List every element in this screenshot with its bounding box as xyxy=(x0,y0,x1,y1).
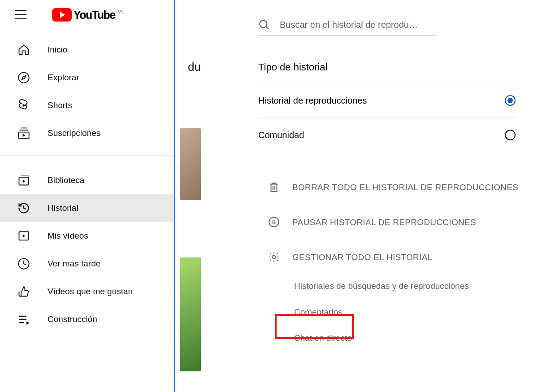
gear-icon xyxy=(268,251,281,264)
radio-label: Comunidad xyxy=(258,130,304,140)
history-icon xyxy=(17,201,30,215)
sidebar-item-home[interactable]: Inicio xyxy=(0,36,174,64)
nav-section-library: Biblioteca Historial Mis vídeos Ver más … xyxy=(0,155,174,333)
sidebar-item-playlist[interactable]: Construcción xyxy=(0,305,174,333)
sidebar-item-liked[interactable]: Vídeos que me gustan xyxy=(0,278,174,305)
sidebar-header: YouTube VE xyxy=(0,0,174,31)
manage-sublinks: Historiales de búsquedas y de reproducci… xyxy=(268,273,519,351)
trash-icon xyxy=(268,181,281,194)
action-label: Pausar historial de reproducciones xyxy=(292,218,476,227)
thumbs-up-icon xyxy=(17,285,30,298)
action-pause-history[interactable]: Pausar historial de reproducciones xyxy=(268,205,519,240)
partial-heading: du xyxy=(188,60,201,74)
history-settings-panel: Tipo de historial Historial de reproducc… xyxy=(201,0,538,392)
home-icon xyxy=(17,43,30,57)
radio-indicator xyxy=(505,95,516,106)
clock-icon xyxy=(17,257,30,270)
playlist-icon xyxy=(17,313,30,326)
sidebar-item-history[interactable]: Historial xyxy=(0,194,174,222)
action-label: Borrar todo el historial de reproduccion… xyxy=(292,183,518,192)
menu-button[interactable] xyxy=(14,9,27,21)
play-rect-icon xyxy=(17,229,30,243)
sidebar-item-library[interactable]: Biblioteca xyxy=(0,166,174,194)
sidebar-item-label: Suscripciones xyxy=(48,128,100,138)
svg-point-6 xyxy=(269,217,279,227)
radio-indicator xyxy=(505,130,516,140)
sidebar-item-label: Biblioteca xyxy=(48,175,84,185)
search-icon xyxy=(258,19,270,30)
subscriptions-icon xyxy=(17,126,30,140)
sublink-live-chat[interactable]: Chat en directo xyxy=(292,325,354,351)
sidebar: YouTube VE Inicio Explorar Shorts xyxy=(0,0,174,392)
country-code: VE xyxy=(118,9,125,14)
content-sliver: du xyxy=(174,0,201,392)
history-search[interactable] xyxy=(258,16,437,35)
svg-point-5 xyxy=(260,20,267,27)
svg-point-0 xyxy=(18,72,29,83)
youtube-play-icon xyxy=(52,8,72,22)
action-clear-history[interactable]: Borrar todo el historial de reproduccion… xyxy=(268,170,519,205)
sidebar-item-explore[interactable]: Explorar xyxy=(0,64,174,91)
sidebar-item-label: Construcción xyxy=(48,314,97,324)
history-actions: Borrar todo el historial de reproduccion… xyxy=(255,170,519,351)
library-icon xyxy=(17,174,30,187)
sidebar-item-watch-later[interactable]: Ver más tarde xyxy=(0,250,174,278)
sidebar-item-my-videos[interactable]: Mis vídeos xyxy=(0,222,174,250)
history-type-watch[interactable]: Historial de reproducciones xyxy=(258,83,516,118)
sidebar-item-label: Shorts xyxy=(48,100,72,110)
sidebar-item-label: Vídeos que me gustan xyxy=(48,287,133,296)
hamburger-icon xyxy=(15,10,26,19)
svg-point-7 xyxy=(272,255,276,259)
action-label: Gestionar todo el historial xyxy=(292,253,433,262)
nav-section-primary: Inicio Explorar Shorts Suscripciones xyxy=(0,31,174,147)
sublink-search-watch[interactable]: Historiales de búsquedas y de reproducci… xyxy=(292,273,471,299)
sublink-comments[interactable]: Comentarios xyxy=(292,299,344,325)
video-thumb xyxy=(180,128,201,200)
action-manage-history[interactable]: Gestionar todo el historial xyxy=(268,240,519,275)
logo[interactable]: YouTube VE xyxy=(52,8,125,22)
history-type-community[interactable]: Comunidad xyxy=(258,118,516,152)
shorts-icon xyxy=(17,99,30,112)
sidebar-item-label: Explorar xyxy=(48,73,79,83)
history-type-heading: Tipo de historial xyxy=(258,61,519,73)
compass-icon xyxy=(17,71,30,84)
video-thumb xyxy=(180,257,201,371)
sidebar-item-shorts[interactable]: Shorts xyxy=(0,91,174,119)
sidebar-item-label: Historial xyxy=(48,203,78,213)
sidebar-item-label: Mis vídeos xyxy=(48,231,88,241)
pause-icon xyxy=(268,216,281,229)
sidebar-item-label: Ver más tarde xyxy=(48,259,100,269)
history-search-input[interactable] xyxy=(280,20,432,30)
logo-text: YouTube xyxy=(74,9,115,22)
sidebar-item-subscriptions[interactable]: Suscripciones xyxy=(0,119,174,147)
sidebar-item-label: Inicio xyxy=(48,45,67,55)
radio-label: Historial de reproducciones xyxy=(258,96,367,106)
